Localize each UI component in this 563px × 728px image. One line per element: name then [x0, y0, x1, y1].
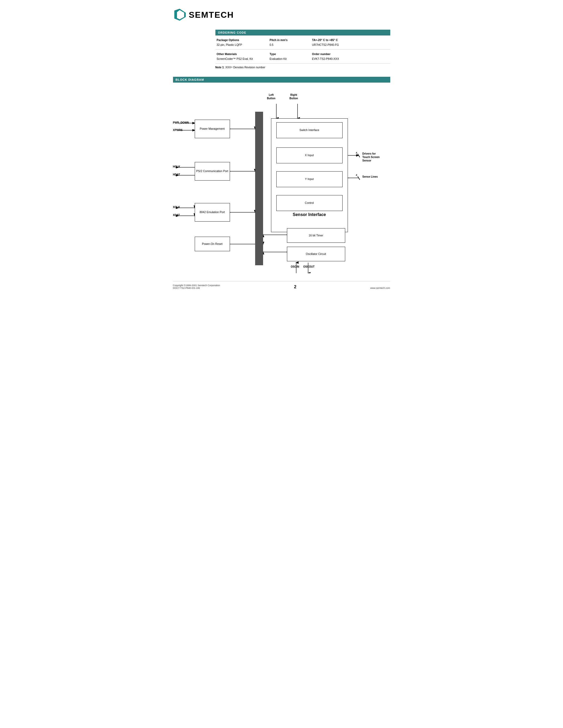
note-label: Note 1: [215, 66, 224, 69]
y-input-block: Y Input: [276, 171, 343, 187]
emulation-8042-block: 8042 Emulation Port: [195, 203, 230, 222]
timer-block: 16 bit Timer: [287, 228, 345, 243]
xdat-label: XDAT: [173, 214, 180, 217]
xclk-label: XCLK: [173, 206, 180, 209]
footer-doc: DOC7-TS2-P840-DS-106: [173, 287, 220, 289]
pitch-header: Pitch in mm's: [268, 38, 311, 42]
sense-lines-label: Sense Lines: [363, 175, 378, 178]
footer-page-number: 2: [294, 285, 297, 289]
ordering-section: ORDERING CODE Package Options Pitch in m…: [215, 30, 390, 69]
other-materials-header: Other Materials: [215, 52, 268, 56]
block-diagram-section: BLOCK DIAGRAM: [173, 77, 390, 273]
svg-line-20: [358, 176, 360, 180]
note-text: Note 1: XXX= Denotes Revision number: [215, 66, 390, 69]
type-value: Evaluation Kit: [268, 56, 311, 61]
ta-header: TA=-20° C to +85° C: [311, 38, 390, 42]
note-content: : XXX= Denotes Revision number: [224, 66, 265, 69]
footer-copyright: Copyright ©1999-2001 Semtech Corporation: [173, 284, 220, 287]
page-header: SEMTECH: [173, 8, 390, 22]
oscout-label: OSCOUT: [304, 265, 315, 268]
power-management-block: Power Management: [195, 120, 230, 138]
sensor-interface-label: Sensor Interface: [276, 212, 343, 217]
hdat-label: HDAT: [173, 173, 180, 176]
svg-marker-1: [174, 9, 180, 15]
switch-interface-block: Switch Interface: [276, 122, 343, 138]
svg-line-17: [358, 154, 360, 157]
svg-text:4: 4: [356, 151, 357, 154]
footer-website: www.semtech.com: [370, 287, 390, 289]
power-on-reset-block: Power-On Reset: [195, 237, 230, 251]
svg-text:4: 4: [356, 174, 357, 176]
oscin-label: OSCIN: [291, 265, 300, 268]
pkg-options-value: 32-pin, Plastic LQFP: [215, 42, 268, 47]
ordering-table2: Other Materials Type Order number Screen…: [215, 52, 390, 61]
company-name: SEMTECH: [189, 10, 234, 20]
semtech-logo-icon: [173, 8, 187, 22]
ordering-table1: Package Options Pitch in mm's TA=-20° C …: [215, 38, 390, 47]
order-number-header: Order number: [311, 52, 390, 56]
other-materials-value: ScreenCoder™ PS2 Eval. Kit: [215, 56, 268, 61]
pkg-options-header: Package Options: [215, 38, 268, 42]
block-diagram-header: BLOCK DIAGRAM: [173, 77, 390, 83]
order-number-value: EVK7-TS2-P840-XXX: [311, 56, 390, 61]
central-bus-bar: [255, 112, 263, 265]
oscillator-block: Oscillator Circuit: [287, 247, 345, 261]
ps2-comm-block: PS/2 Communication Port: [195, 162, 230, 181]
control-block: Control: [276, 195, 343, 211]
drivers-label: Drivers forTouch ScreenSensor: [363, 152, 380, 162]
diagram-container: 4 4 LeftButton RightButton PWR_DOWN XPWR…: [173, 88, 390, 273]
type-header: Type: [268, 52, 311, 56]
left-button-label: LeftButton: [267, 93, 275, 100]
hclk-label: HCLK: [173, 165, 180, 168]
pitch-value: 0.5: [268, 42, 311, 47]
x-input-block: X Input: [276, 147, 343, 163]
right-button-label: RightButton: [290, 93, 298, 100]
footer-left: Copyright ©1999-2001 Semtech Corporation…: [173, 284, 220, 289]
logo: SEMTECH: [173, 8, 234, 22]
ta-value: UR7HCTS2-P840-FG: [311, 42, 390, 47]
page-footer: Copyright ©1999-2001 Semtech Corporation…: [173, 281, 390, 289]
pwr-down-label: PWR_DOWN: [173, 121, 189, 124]
xpwrs-label: XPWRS: [173, 129, 183, 132]
ordering-header: ORDERING CODE: [215, 30, 390, 35]
